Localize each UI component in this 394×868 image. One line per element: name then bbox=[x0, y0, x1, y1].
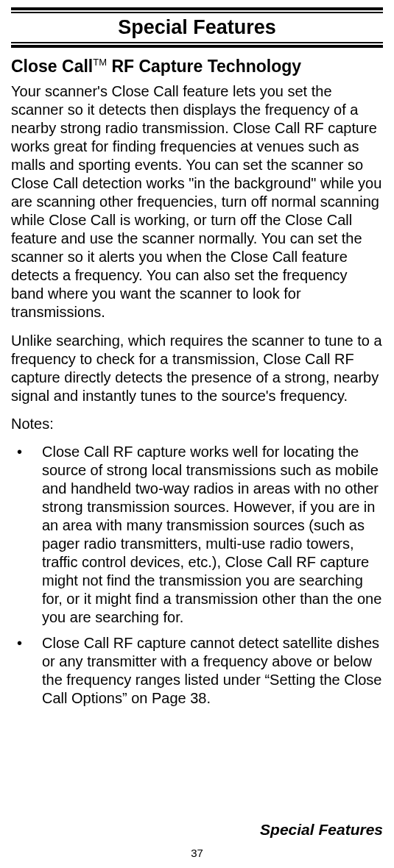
footer-section-label: Special Features bbox=[260, 821, 383, 839]
section-title: Close CallTM RF Capture Technology bbox=[11, 57, 383, 77]
trademark-symbol: TM bbox=[93, 57, 107, 68]
page-number: 37 bbox=[0, 847, 394, 859]
title-rule-top bbox=[11, 7, 383, 13]
paragraph-2: Unlike searching, which requires the sca… bbox=[11, 332, 383, 405]
section-title-prefix: Close Call bbox=[11, 57, 93, 76]
paragraph-1: Your scanner's Close Call feature lets y… bbox=[11, 82, 383, 321]
section-title-suffix: RF Capture Technology bbox=[107, 57, 301, 76]
title-rule-bottom bbox=[11, 42, 383, 48]
notes-list: Close Call RF capture works well for loc… bbox=[11, 443, 383, 708]
notes-label: Notes: bbox=[11, 416, 383, 433]
list-item: Close Call RF capture cannot detect sate… bbox=[11, 634, 383, 708]
page-title: Special Features bbox=[11, 15, 383, 40]
list-item: Close Call RF capture works well for loc… bbox=[11, 443, 383, 627]
